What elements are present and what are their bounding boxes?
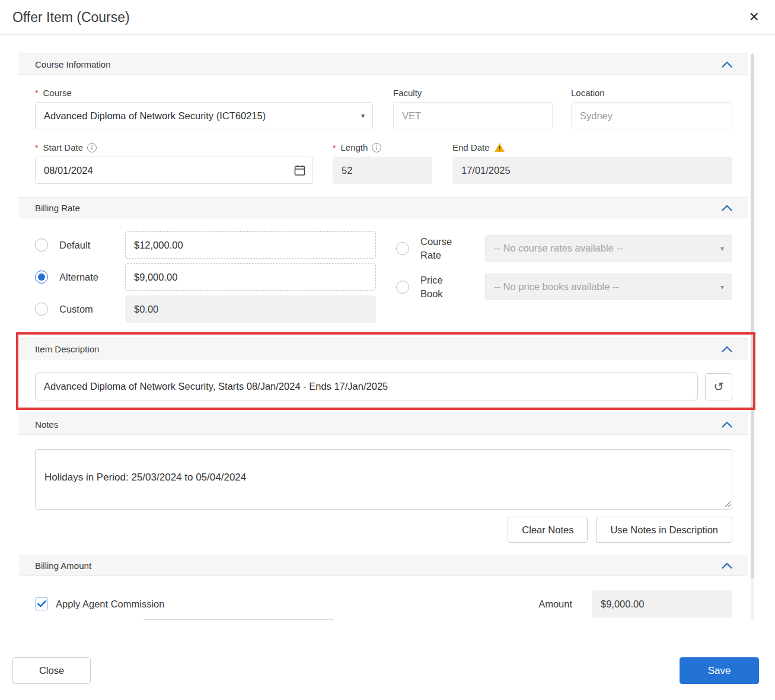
required-marker: *: [35, 143, 38, 152]
length-label: *Length i: [333, 142, 432, 152]
save-button[interactable]: Save: [680, 657, 759, 684]
section-header-billing-rate[interactable]: Billing Rate: [19, 197, 748, 218]
clipped-input: [142, 619, 335, 621]
section-title: Course Information: [35, 59, 111, 69]
chevron-up-icon[interactable]: [722, 421, 732, 428]
section-header-course-information[interactable]: Course Information: [19, 53, 748, 75]
section-notes: Notes Holidays in Period: 25/03/2024 to …: [19, 413, 748, 555]
faculty-field: [393, 102, 553, 129]
section-title: Notes: [35, 419, 58, 429]
chevron-down-icon: ▾: [720, 283, 724, 291]
reset-description-button[interactable]: ↺: [705, 373, 732, 400]
amount-label: Amount: [538, 599, 572, 610]
history-reset-icon: ↺: [713, 380, 724, 394]
course-rate-select-value: -- No course rates available --: [494, 243, 623, 254]
billing-option-alternate: Alternate: [35, 263, 376, 291]
custom-rate-field: [125, 295, 376, 323]
price-book-select-value: -- No price books available --: [494, 281, 619, 292]
info-icon[interactable]: i: [87, 143, 97, 152]
location-label: Location: [571, 88, 732, 98]
billing-option-price-book: Price Book -- No price books available -…: [396, 273, 732, 300]
section-header-notes[interactable]: Notes: [19, 413, 748, 435]
item-description-field[interactable]: [35, 373, 698, 400]
chevron-up-icon[interactable]: [722, 205, 732, 211]
info-icon[interactable]: i: [372, 143, 381, 152]
faculty-label: Faculty: [393, 88, 553, 98]
dialog-body: Course Information *Course Advanced Dipl…: [19, 53, 748, 621]
use-notes-in-description-button[interactable]: Use Notes in Description: [596, 517, 732, 543]
radio-label: Default: [59, 240, 125, 251]
section-header-item-description[interactable]: Item Description: [19, 338, 748, 359]
chevron-down-icon: ▾: [720, 244, 724, 253]
section-billing-rate: Billing Rate Default Alternate: [19, 197, 748, 338]
billing-option-course-rate: Course Rate -- No course rates available…: [396, 235, 732, 262]
course-select-value: Advanced Diploma of Network Security (IC…: [44, 110, 266, 122]
required-marker: *: [333, 143, 336, 152]
dialog-header: Offer Item (Course) ✕: [0, 0, 775, 35]
clear-notes-button[interactable]: Clear Notes: [508, 517, 588, 543]
section-item-description: Item Description ↺: [19, 338, 748, 413]
apply-agent-commission-checkbox[interactable]: [35, 597, 48, 610]
billing-option-default: Default: [35, 231, 376, 259]
course-label: *Course: [35, 88, 373, 98]
chevron-up-icon[interactable]: [722, 562, 732, 569]
radio-custom[interactable]: [35, 303, 48, 316]
radio-price-book[interactable]: [396, 281, 409, 294]
start-date-field[interactable]: [35, 157, 313, 184]
radio-label: Course Rate: [420, 235, 457, 262]
course-rate-select: -- No course rates available -- ▾: [485, 235, 732, 262]
price-book-select: -- No price books available -- ▾: [485, 273, 732, 300]
section-course-information: Course Information *Course Advanced Dipl…: [19, 53, 748, 197]
scrollbar-track[interactable]: [751, 53, 754, 621]
default-rate-field[interactable]: [125, 231, 376, 259]
location-field: [571, 102, 732, 129]
clipped-row: [35, 619, 732, 621]
scrollbar-thumb[interactable]: [751, 54, 754, 578]
close-button[interactable]: Close: [12, 657, 91, 684]
radio-label: Price Book: [420, 273, 457, 300]
radio-alternate[interactable]: [35, 271, 48, 284]
warning-icon: [494, 142, 505, 152]
billing-option-custom: Custom: [35, 295, 376, 323]
chevron-up-icon[interactable]: [722, 61, 732, 68]
section-header-billing-amount[interactable]: Billing Amount: [19, 555, 748, 576]
section-title: Billing Amount: [35, 561, 91, 571]
length-field: [333, 157, 432, 184]
course-select[interactable]: Advanced Diploma of Network Security (IC…: [35, 102, 373, 129]
section-billing-amount: Billing Amount Apply Agent Commission Am…: [19, 555, 748, 621]
radio-label: Custom: [59, 304, 125, 315]
resize-handle[interactable]: [724, 501, 731, 507]
required-marker: *: [35, 88, 38, 98]
radio-course-rate[interactable]: [396, 242, 409, 255]
close-icon[interactable]: ✕: [749, 11, 760, 24]
radio-default[interactable]: [35, 238, 48, 252]
dialog-title: Offer Item (Course): [12, 9, 130, 26]
calendar-icon[interactable]: [294, 165, 305, 176]
radio-label: Alternate: [59, 272, 125, 283]
end-date-field: [452, 157, 732, 184]
chevron-up-icon[interactable]: [722, 346, 732, 352]
notes-textarea[interactable]: Holidays in Period: 25/03/2024 to 05/04/…: [35, 449, 732, 510]
amount-field: [592, 590, 732, 618]
section-title: Billing Rate: [35, 203, 80, 213]
apply-agent-commission-label: Apply Agent Commission: [56, 599, 164, 610]
end-date-label: End Date: [452, 142, 732, 152]
start-date-label: *Start Date i: [35, 142, 313, 152]
alternate-rate-field[interactable]: [125, 263, 376, 291]
section-title: Item Description: [35, 344, 99, 354]
chevron-down-icon: ▾: [361, 112, 365, 120]
